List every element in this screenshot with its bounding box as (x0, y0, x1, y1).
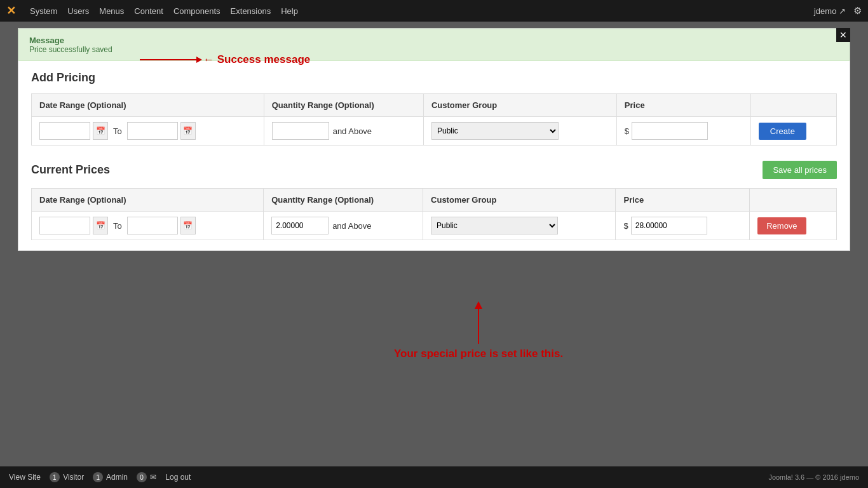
cur-price-cell: $ (616, 212, 750, 240)
navbar-help[interactable]: Help (281, 6, 298, 16)
cur-to-label: To (113, 221, 122, 231)
add-customer-group-header: Customer Group (423, 94, 616, 117)
msg-icon: ✉ (150, 473, 156, 482)
navbar-menus[interactable]: Menus (99, 6, 124, 16)
add-date-to-input[interactable] (127, 122, 178, 140)
visitor-label: Visitor (63, 473, 84, 482)
add-date-from-calendar[interactable]: 📅 (93, 122, 108, 140)
remove-button[interactable]: Remove (757, 217, 806, 234)
visitor-info: 1 Visitor (50, 472, 84, 482)
cur-dollar-sign: $ (623, 221, 628, 231)
add-above-label: and Above (333, 126, 372, 136)
content-body: Add Pricing Date Range (Optional) Quanti… (18, 61, 850, 250)
msg-badge: 0 (137, 472, 147, 482)
cur-qty-input[interactable] (271, 217, 329, 234)
navbar-components[interactable]: Components (173, 6, 220, 16)
navbar-system[interactable]: System (30, 6, 57, 16)
add-pricing-row: 📅 To 📅 and Above (32, 117, 837, 146)
pricing-panel: ✕ Message Price successfully saved × Add… (18, 28, 850, 251)
add-pricing-table: Date Range (Optional) Quantity Range (Op… (31, 93, 837, 146)
logout-link[interactable]: Log out (165, 473, 191, 482)
add-pricing-title: Add Pricing (31, 71, 837, 85)
navbar-content[interactable]: Content (134, 6, 163, 16)
special-price-text: Your special price is set like this. (394, 348, 563, 360)
cur-qty-range-cell: and Above (264, 212, 423, 240)
cur-above-label: and Above (332, 221, 371, 231)
cur-date-from-input[interactable] (39, 217, 90, 234)
navbar-left: ✕ System Users Menus Content Components … (6, 4, 298, 18)
gear-icon[interactable]: ⚙ (853, 5, 862, 17)
current-prices-title: Current Prices (31, 163, 110, 177)
cur-date-range-header: Date Range (Optional) (32, 189, 264, 212)
main-content: ✕ Message Price successfully saved × Add… (0, 22, 868, 466)
add-price-input[interactable] (632, 122, 708, 140)
add-to-label: To (113, 126, 122, 136)
current-prices-header: Current Prices Save all prices (31, 161, 837, 179)
top-navbar: ✕ System Users Menus Content Components … (0, 0, 868, 22)
success-message: Message Price successfully saved × (18, 29, 850, 61)
visitor-badge: 1 (50, 472, 60, 482)
add-date-to-calendar[interactable]: 📅 (180, 122, 196, 140)
current-price-row: 📅 To 📅 and Above (32, 212, 837, 240)
annotation-vertical-line (478, 309, 479, 344)
cur-actions-header (750, 189, 837, 212)
add-date-range-cell: 📅 To 📅 (32, 117, 264, 146)
navbar-user[interactable]: jdemo ↗ (814, 6, 846, 16)
bottom-version: Joomla! 3.6 — © 2016 jdemo (768, 473, 859, 481)
cur-customer-group-cell: Public (423, 212, 616, 240)
add-price-header: Price (616, 94, 750, 117)
navbar-extensions[interactable]: Extensions (231, 6, 271, 16)
bottom-bar: View Site 1 Visitor 1 Admin 0 ✉ Log out … (0, 466, 868, 488)
bottom-left: View Site 1 Visitor 1 Admin 0 ✉ Log out (9, 472, 191, 482)
cur-date-range-cell: 📅 To 📅 (32, 212, 264, 240)
cur-price-header: Price (616, 189, 750, 212)
add-price-cell: $ (616, 117, 750, 146)
message-title: Message (29, 36, 839, 45)
cur-price-input[interactable] (631, 217, 707, 234)
add-date-from-input[interactable] (39, 122, 90, 140)
cur-date-to-calendar[interactable]: 📅 (180, 217, 196, 234)
create-button[interactable]: Create (759, 123, 806, 140)
add-qty-range-header: Quantity Range (Optional) (264, 94, 423, 117)
add-customer-group-cell: Public (423, 117, 616, 146)
add-date-range-header: Date Range (Optional) (32, 94, 264, 117)
add-create-cell: Create (750, 117, 836, 146)
admin-label: Admin (106, 473, 128, 482)
cur-qty-range-header: Quantity Range (Optional) (264, 189, 423, 212)
close-button[interactable]: ✕ (836, 28, 850, 42)
cur-remove-cell: Remove (750, 212, 837, 240)
msg-info: 0 ✉ (137, 472, 156, 482)
add-dollar-sign: $ (625, 126, 629, 136)
navbar-users[interactable]: Users (67, 6, 89, 16)
add-customer-group-select[interactable]: Public (431, 122, 559, 140)
navbar-right: jdemo ↗ ⚙ (814, 5, 862, 17)
save-all-prices-button[interactable]: Save all prices (763, 161, 837, 179)
cur-date-to-input[interactable] (127, 217, 178, 234)
cur-customer-group-header: Customer Group (423, 189, 616, 212)
cur-date-from-calendar[interactable]: 📅 (93, 217, 108, 234)
arrow-up-icon (475, 301, 482, 309)
special-price-annotation: Your special price is set like this. (394, 301, 563, 360)
add-qty-range-cell: and Above (264, 117, 423, 146)
add-actions-header (750, 94, 836, 117)
admin-badge: 1 (93, 472, 103, 482)
view-site-link[interactable]: View Site (9, 473, 41, 482)
message-text: Price successfully saved (29, 45, 839, 54)
joomla-logo: ✕ (6, 4, 16, 18)
cur-customer-group-select[interactable]: Public (431, 217, 558, 234)
add-qty-input[interactable] (272, 122, 329, 140)
current-prices-table: Date Range (Optional) Quantity Range (Op… (31, 188, 837, 240)
admin-info: 1 Admin (93, 472, 128, 482)
